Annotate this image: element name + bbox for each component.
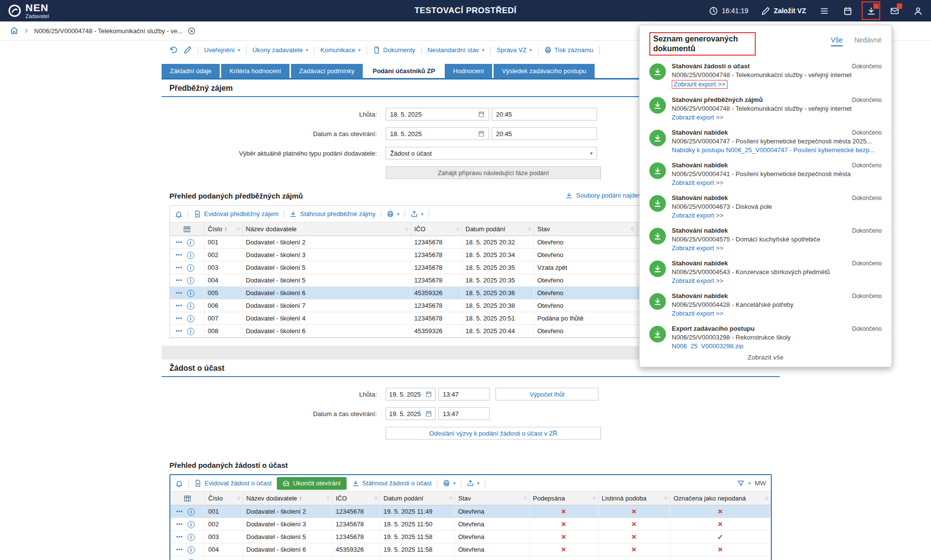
generated-document-item[interactable]: Stahování nabídek Dokončeno N006/25/V000… <box>649 126 882 159</box>
tab[interactable]: Výsledek zadávacího postupu <box>494 64 595 78</box>
filter-funnel-icon[interactable] <box>737 480 745 487</box>
info-icon[interactable] <box>187 252 194 259</box>
zadost-open-date-field[interactable]: 19. 5. 2025 <box>386 407 435 420</box>
info-icon[interactable] <box>187 302 194 310</box>
filter-icon[interactable] <box>237 227 240 232</box>
export-grid-button[interactable] <box>411 210 423 218</box>
menu-nestandardni-stav[interactable]: Nestandardní stav <box>428 46 485 54</box>
filter-icon[interactable] <box>524 496 527 501</box>
close-record-icon[interactable] <box>187 27 196 35</box>
filter-icon[interactable] <box>528 227 532 232</box>
zadost-lhuta-time-field[interactable]: 13:47 <box>438 388 490 400</box>
info-icon[interactable] <box>187 239 194 246</box>
row-menu-icon[interactable] <box>176 290 183 296</box>
menu-tisk-zaznamu[interactable]: Tisk záznamu <box>544 46 594 54</box>
filter-icon[interactable] <box>449 496 453 501</box>
info-icon[interactable] <box>187 277 194 284</box>
messages-button[interactable] <box>889 5 900 16</box>
breadcrumb-item[interactable]: N006/25/V00004748 - Telekomunikační služ… <box>34 27 183 35</box>
generated-document-item[interactable]: Stahování nabídek Dokončeno N006/25/V000… <box>649 289 882 322</box>
generated-document-item[interactable]: Stahování nabídek Dokončeno N006/25/V000… <box>649 191 882 224</box>
column-header-ico[interactable]: IČO <box>411 222 462 236</box>
generated-document-item[interactable]: Stahování předběžných zájmů Dokončeno N0… <box>649 93 882 126</box>
calendar-icon[interactable] <box>478 130 485 137</box>
info-icon[interactable] <box>187 290 194 297</box>
calendar-icon[interactable] <box>425 391 432 398</box>
lhuta-time-field[interactable]: 20:45 <box>492 108 597 120</box>
history-icon[interactable] <box>169 46 178 54</box>
column-header-datum[interactable]: Datum podání <box>462 222 534 236</box>
panel-tab-all[interactable]: Vše <box>831 36 843 46</box>
filter-icon[interactable] <box>456 227 460 232</box>
filter-icon[interactable] <box>664 496 668 501</box>
document-link[interactable]: Zobrazit export >> <box>672 277 724 285</box>
soubory-podani-link[interactable]: Soubory podání najdete <box>565 192 643 199</box>
row-menu-icon[interactable] <box>176 252 183 258</box>
generated-document-item[interactable]: Export zadávacího postupu Dokončeno N006… <box>649 322 882 349</box>
menu-dokumenty[interactable]: Dokumenty <box>373 46 415 54</box>
filter-icon[interactable] <box>631 227 634 232</box>
column-settings-header[interactable] <box>170 492 205 505</box>
info-icon[interactable] <box>187 315 194 322</box>
document-link[interactable]: Zobrazit export >> <box>672 80 727 89</box>
lhuta-date-field[interactable]: 18. 5. 2025 <box>386 108 489 120</box>
zahajit-faze-button[interactable]: Zahájit přípravu následující fáze podání <box>386 166 601 179</box>
odeslani-vyzvy-button[interactable]: Odeslání výzvy k podání žádosti o účast … <box>386 427 601 440</box>
document-link[interactable]: Zobrazit export >> <box>672 310 724 318</box>
generated-document-item[interactable]: Stahování žádostí o účast Dokončeno N006… <box>649 60 882 93</box>
evidovat-zadost-button[interactable]: Evidovat žádost o účast <box>194 480 271 487</box>
info-icon[interactable] <box>187 264 194 272</box>
filter-icon[interactable] <box>405 227 409 232</box>
table-row[interactable]: 004 Dodavatel - školení 6 45359326 19. 5… <box>170 543 771 556</box>
row-menu-icon[interactable] <box>176 534 183 540</box>
column-header-ico[interactable]: IČO <box>332 492 380 505</box>
chevron-down-icon[interactable] <box>748 480 751 486</box>
row-menu-icon[interactable] <box>176 521 183 527</box>
stahnout-zadosti-button[interactable]: Stáhnout žádosti o účast <box>352 480 432 487</box>
menu-sprava-vz[interactable]: Správa VZ <box>497 46 532 54</box>
profile-button[interactable] <box>912 5 923 16</box>
info-icon[interactable] <box>187 534 195 541</box>
table-row[interactable]: 002 Dodavatel - školení 3 12345678 19. 5… <box>170 518 771 531</box>
zadost-lhuta-date-field[interactable]: 19. 5. 2025 <box>386 388 435 400</box>
filter-icon[interactable] <box>374 496 378 501</box>
row-menu-icon[interactable] <box>176 303 183 308</box>
info-icon[interactable] <box>187 546 195 554</box>
filter-icon[interactable] <box>593 496 596 501</box>
row-menu-icon[interactable] <box>176 278 183 283</box>
calendar-icon[interactable] <box>425 410 432 417</box>
row-menu-icon[interactable] <box>176 240 183 245</box>
menu-komunikace[interactable]: Komunikace <box>320 46 361 54</box>
typ-podani-select[interactable]: Žádost o účast ▾ <box>386 147 597 160</box>
column-header-nazev[interactable]: Název dodavatele <box>242 222 411 236</box>
info-icon[interactable] <box>187 328 194 335</box>
table-row[interactable]: 001 Dodavatel - školení 2 12345678 19. 5… <box>170 505 771 518</box>
column-header-cislo[interactable]: Číslo <box>205 492 243 505</box>
document-link[interactable]: Zobrazit export >> <box>672 212 724 220</box>
document-link[interactable]: Zobrazit export >> <box>672 114 724 121</box>
edit-icon[interactable] <box>184 46 192 54</box>
row-menu-icon[interactable] <box>176 265 183 270</box>
row-menu-icon[interactable] <box>176 509 183 514</box>
stahnout-predbezne-button[interactable]: Stáhnout předběžné zájmy <box>290 210 375 218</box>
filter-icon[interactable] <box>327 496 330 501</box>
ukoncit-oteviranie-button[interactable]: Ukončit otevírání <box>277 477 347 490</box>
bell-icon[interactable] <box>175 480 183 487</box>
show-all-link[interactable]: Zobrazit vše <box>640 349 891 367</box>
document-link[interactable]: Nabídky k postupu N006_25_V00004747 - Po… <box>672 146 875 154</box>
tab[interactable]: Podání účastníků ZP <box>364 64 443 78</box>
evidovat-predbezny-button[interactable]: Evidovat předběžný zájem <box>194 210 278 218</box>
table-row[interactable]: 005 Dodavatel - školení 6 45359326 19. 5… <box>170 556 771 560</box>
tab[interactable]: Základní údaje <box>162 64 220 78</box>
generated-document-item[interactable]: Stahování nabídek Dokončeno N006/25/V000… <box>649 224 882 257</box>
open-date-field[interactable]: 18. 5. 2025 <box>386 127 489 140</box>
column-header-nazev[interactable]: Název dodavatele <box>243 492 332 505</box>
document-link[interactable]: Zobrazit export >> <box>672 244 724 252</box>
menu-uverejneni[interactable]: Uveřejnění <box>204 46 240 54</box>
row-menu-icon[interactable] <box>176 547 183 552</box>
info-icon[interactable] <box>187 521 195 528</box>
home-icon[interactable] <box>10 26 19 35</box>
column-header-listinna[interactable]: Listinná podoba <box>598 492 670 505</box>
generated-documents-button[interactable] <box>866 5 876 16</box>
filter-icon[interactable] <box>237 496 241 501</box>
